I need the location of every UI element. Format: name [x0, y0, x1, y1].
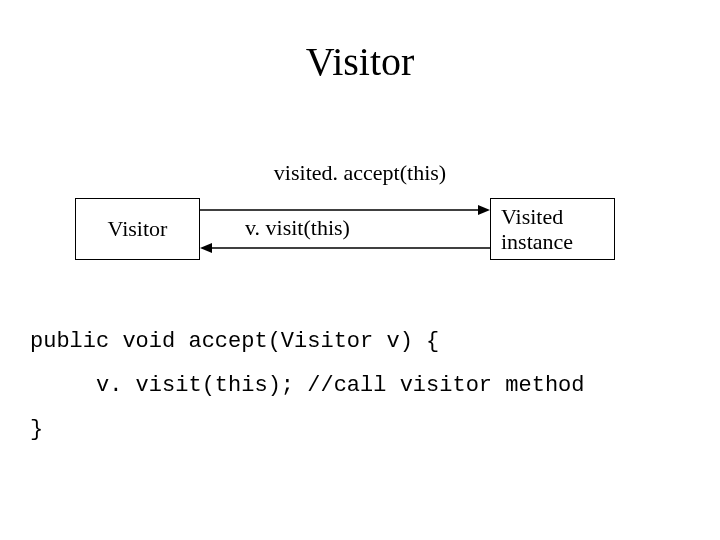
code-line-3: }	[30, 417, 43, 442]
code-line-1: public void accept(Visitor v) {	[30, 329, 439, 354]
code-line-2: v. visit(this); //call visitor method	[30, 373, 585, 398]
visitor-box-label: Visitor	[108, 216, 168, 242]
top-arrow-label: visited. accept(this)	[0, 160, 720, 186]
visited-box: Visited instance	[490, 198, 615, 260]
mid-arrow-label: v. visit(this)	[245, 215, 350, 241]
code-block: public void accept(Visitor v) { v. visit…	[30, 320, 585, 452]
svg-marker-1	[478, 205, 490, 215]
slide-title: Visitor	[0, 38, 720, 85]
visitor-box: Visitor	[75, 198, 200, 260]
visited-box-label: Visited instance	[501, 204, 604, 255]
svg-marker-3	[200, 243, 212, 253]
